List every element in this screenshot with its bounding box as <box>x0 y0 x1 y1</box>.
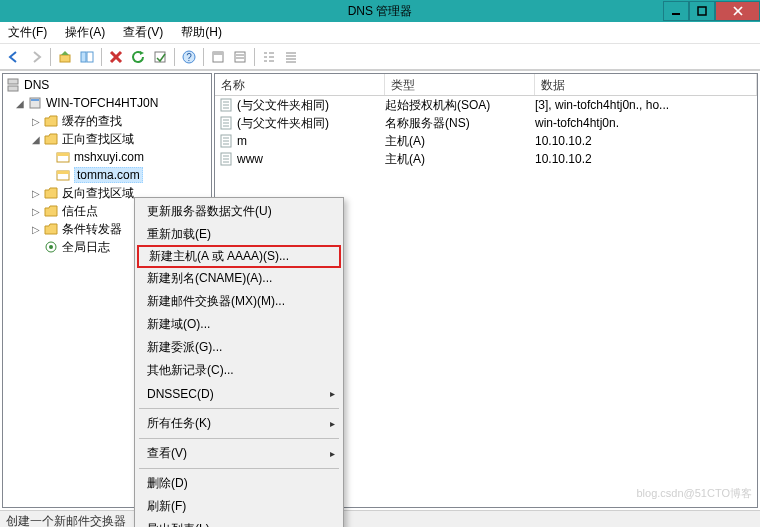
record-name: (与父文件夹相同) <box>237 97 329 114</box>
svg-rect-5 <box>81 52 86 62</box>
tree-root[interactable]: DNS <box>3 76 211 94</box>
svg-rect-28 <box>8 86 18 91</box>
new-window-button[interactable] <box>208 47 228 67</box>
record-type: 主机(A) <box>385 133 535 150</box>
svg-rect-27 <box>8 79 18 84</box>
svg-rect-30 <box>31 99 39 101</box>
tree-server[interactable]: ◢ WIN-TOFCH4HTJ0N <box>3 94 211 112</box>
list-small-button[interactable] <box>259 47 279 67</box>
column-name[interactable]: 名称 <box>215 74 385 95</box>
cm-export-list[interactable]: 导出列表(L)... <box>137 518 341 527</box>
expand-icon[interactable]: ▷ <box>29 224 43 235</box>
record-name: www <box>237 152 263 166</box>
menu-file[interactable]: 文件(F) <box>8 24 47 41</box>
menu-help[interactable]: 帮助(H) <box>181 24 222 41</box>
nav-back-button[interactable] <box>4 47 24 67</box>
tree-cached[interactable]: ▷ 缓存的查找 <box>3 112 211 130</box>
record-icon <box>219 134 233 148</box>
nav-forward-button[interactable] <box>26 47 46 67</box>
help-button[interactable]: ? <box>179 47 199 67</box>
list-header: 名称 类型 数据 <box>215 74 757 96</box>
record-type: 起始授权机构(SOA) <box>385 97 535 114</box>
column-data[interactable]: 数据 <box>535 74 757 95</box>
folder-open-icon <box>43 131 59 147</box>
tree-zone1[interactable]: mshxuyi.com <box>3 148 211 166</box>
folder-icon <box>43 185 59 201</box>
svg-point-36 <box>49 245 53 249</box>
svg-rect-6 <box>87 52 93 62</box>
svg-rect-34 <box>57 171 69 174</box>
status-text: 创建一个新邮件交换器 <box>6 513 126 527</box>
status-bar: 创建一个新邮件交换器 <box>0 510 760 527</box>
record-type: 主机(A) <box>385 151 535 168</box>
list-row[interactable]: www主机(A)10.10.10.2 <box>215 150 757 168</box>
menu-action[interactable]: 操作(A) <box>65 24 105 41</box>
zone-icon <box>55 149 71 165</box>
tree-server-label: WIN-TOFCH4HTJ0N <box>46 96 158 110</box>
tree-revzone-label: 反向查找区域 <box>62 185 134 202</box>
cm-other-new[interactable]: 其他新记录(C)... <box>137 359 341 382</box>
tree-root-label: DNS <box>24 78 49 92</box>
record-icon <box>219 152 233 166</box>
list-row[interactable]: (与父文件夹相同)名称服务器(NS)win-tofch4htj0n. <box>215 114 757 132</box>
cm-new-cname[interactable]: 新建别名(CNAME)(A)... <box>137 267 341 290</box>
record-name: m <box>237 134 247 148</box>
refresh-button[interactable] <box>128 47 148 67</box>
export-button[interactable] <box>150 47 170 67</box>
menu-view[interactable]: 查看(V) <box>123 24 163 41</box>
cm-separator <box>139 408 339 409</box>
tree-global-label: 全局日志 <box>62 239 110 256</box>
show-hide-tree-button[interactable] <box>77 47 97 67</box>
expand-icon[interactable]: ▷ <box>29 206 43 217</box>
server-icon <box>27 95 43 111</box>
filter-button[interactable] <box>230 47 250 67</box>
delete-button[interactable] <box>106 47 126 67</box>
cm-new-delegation[interactable]: 新建委派(G)... <box>137 336 341 359</box>
tree-fwdzone[interactable]: ◢ 正向查找区域 <box>3 130 211 148</box>
list-row[interactable]: (与父文件夹相同)起始授权机构(SOA)[3], win-tofch4htj0n… <box>215 96 757 114</box>
record-icon <box>219 116 233 130</box>
cm-refresh[interactable]: 刷新(F) <box>137 495 341 518</box>
expand-icon[interactable]: ▷ <box>29 188 43 199</box>
window-title: DNS 管理器 <box>0 3 760 20</box>
tree-zone2[interactable]: tomma.com <box>3 166 211 184</box>
cm-new-host[interactable]: 新建主机(A 或 AAAA)(S)... <box>137 245 341 268</box>
content-area: DNS ◢ WIN-TOFCH4HTJ0N ▷ 缓存的查找 ◢ 正向查找区域 m… <box>0 70 760 510</box>
cm-update-server[interactable]: 更新服务器数据文件(U) <box>137 200 341 223</box>
cm-view[interactable]: 查看(V) <box>137 442 341 465</box>
up-button[interactable] <box>55 47 75 67</box>
cm-reload[interactable]: 重新加载(E) <box>137 223 341 246</box>
cm-new-mx[interactable]: 新建邮件交换器(MX)(M)... <box>137 290 341 313</box>
svg-rect-13 <box>213 52 223 55</box>
svg-rect-4 <box>60 55 70 62</box>
list-detail-button[interactable] <box>281 47 301 67</box>
collapse-icon[interactable]: ◢ <box>13 98 27 109</box>
collapse-icon[interactable]: ◢ <box>29 134 43 145</box>
log-icon <box>43 239 59 255</box>
record-data: [3], win-tofch4htj0n., ho... <box>535 98 757 112</box>
cm-all-tasks[interactable]: 所有任务(K) <box>137 412 341 435</box>
record-type: 名称服务器(NS) <box>385 115 535 132</box>
svg-rect-14 <box>235 52 245 62</box>
column-type[interactable]: 类型 <box>385 74 535 95</box>
tree-trust-label: 信任点 <box>62 203 98 220</box>
record-icon <box>219 98 233 112</box>
list-body: (与父文件夹相同)起始授权机构(SOA)[3], win-tofch4htj0n… <box>215 96 757 168</box>
list-row[interactable]: m主机(A)10.10.10.2 <box>215 132 757 150</box>
svg-text:?: ? <box>186 52 192 63</box>
cm-delete[interactable]: 删除(D) <box>137 472 341 495</box>
cm-dnssec[interactable]: DNSSEC(D) <box>137 382 341 405</box>
context-menu: 更新服务器数据文件(U) 重新加载(E) 新建主机(A 或 AAAA)(S)..… <box>134 197 344 527</box>
cm-new-domain[interactable]: 新建域(O)... <box>137 313 341 336</box>
tree-zone1-label: mshxuyi.com <box>74 150 144 164</box>
tree-zone2-label: tomma.com <box>74 167 143 183</box>
cm-separator <box>139 438 339 439</box>
toolbar: ? <box>0 44 760 70</box>
folder-icon <box>43 203 59 219</box>
folder-icon <box>43 113 59 129</box>
tree-cached-label: 缓存的查找 <box>62 113 122 130</box>
record-data: win-tofch4htj0n. <box>535 116 757 130</box>
folder-icon <box>43 221 59 237</box>
expand-icon[interactable]: ▷ <box>29 116 43 127</box>
title-bar: DNS 管理器 <box>0 0 760 22</box>
